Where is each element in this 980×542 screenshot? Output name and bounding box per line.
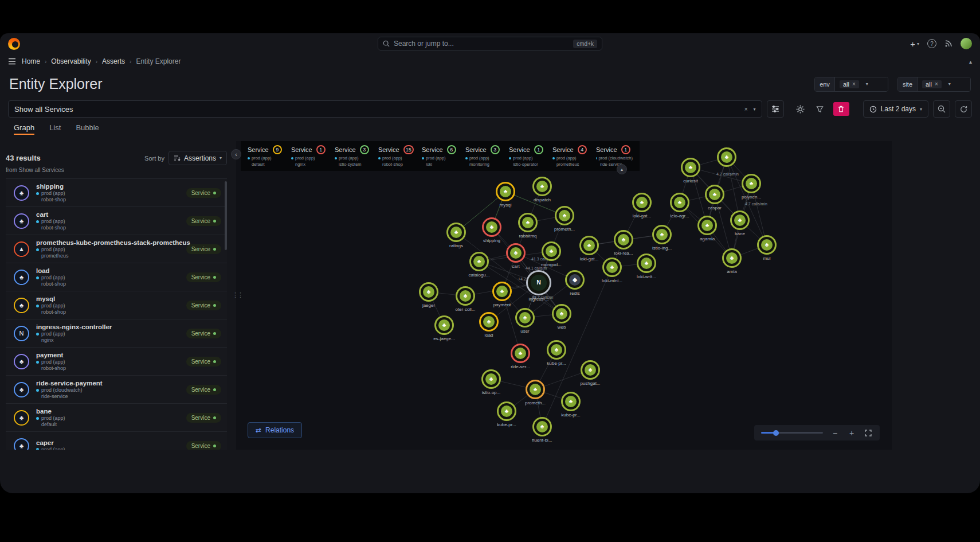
graph-node-label: oter-coll... — [442, 307, 488, 312]
settings-button[interactable] — [793, 102, 808, 116]
zoom-out-button[interactable]: − — [830, 428, 840, 438]
list-item[interactable]: ♣loadprod (app)robot-shopService — [6, 263, 227, 291]
collapse-results-button[interactable]: ‹ — [231, 149, 241, 159]
refresh-button[interactable] — [955, 100, 972, 118]
relations-button[interactable]: ⇄ Relations — [248, 422, 302, 438]
graph-node[interactable]: ♣ — [482, 217, 501, 237]
graph-node[interactable]: ♣ — [526, 380, 545, 399]
legend-item[interactable]: Service3prod (app)istio-system — [331, 143, 375, 169]
breadcrumb-home[interactable]: Home — [22, 57, 40, 65]
scrollbar[interactable] — [225, 181, 227, 250]
tab-list[interactable]: List — [49, 123, 61, 135]
list-item[interactable]: ♣mysqlprod (app)robot-shopService — [6, 291, 227, 319]
graph-node[interactable]: ♣ — [722, 248, 742, 268]
collapse-header-icon[interactable]: ▴ — [969, 59, 972, 65]
graph-node[interactable]: ♣ — [717, 147, 736, 167]
graph-node[interactable]: ♣ — [506, 243, 526, 263]
graph-node[interactable]: ♣ — [479, 312, 499, 332]
graph-node[interactable]: ♣ — [446, 223, 466, 242]
graph-node[interactable]: ♣ — [652, 225, 672, 244]
graph-node[interactable]: N — [526, 270, 551, 295]
graph-node[interactable]: ♣ — [681, 158, 700, 177]
clear-search-icon[interactable]: × — [744, 106, 748, 112]
add-new-button[interactable]: +▾ — [910, 39, 919, 49]
delete-button[interactable] — [833, 102, 849, 116]
list-item[interactable]: ♣baneprod (app)defaultService — [6, 404, 227, 432]
zoom-out-time-button[interactable] — [933, 100, 950, 118]
tab-bubble[interactable]: Bubble — [76, 123, 99, 135]
breadcrumb-asserts[interactable]: Asserts — [102, 57, 125, 65]
avatar[interactable] — [961, 38, 972, 49]
graph-node[interactable]: ♣ — [492, 282, 512, 301]
sort-select[interactable]: Assertions ▾ — [168, 151, 227, 165]
query-options-button[interactable] — [767, 100, 784, 118]
tab-graph[interactable]: Graph — [14, 123, 34, 135]
graph-node[interactable]: ♣ — [637, 254, 656, 273]
graph-node[interactable]: ◆ — [565, 270, 585, 290]
node-glyph-icon: ◆ — [569, 274, 581, 286]
graph-node[interactable]: ♣ — [456, 286, 475, 306]
legend-item[interactable]: Service6prod (app)loki — [418, 143, 462, 169]
graph-node[interactable]: ♣ — [730, 210, 750, 230]
graph-node[interactable]: ♣ — [742, 174, 761, 193]
fullscreen-button[interactable] — [864, 430, 873, 436]
menu-icon[interactable] — [8, 58, 16, 65]
graph-node[interactable]: ♣ — [532, 177, 552, 196]
breadcrumb-observability[interactable]: Observability — [51, 57, 91, 65]
env-select[interactable]: all× ▾ — [835, 77, 888, 91]
graph-node[interactable]: ♣ — [561, 392, 581, 411]
legend-item[interactable]: Service1prod (app)istio-operator — [505, 143, 549, 169]
graph-node[interactable]: ♣ — [496, 182, 515, 201]
remove-chip-icon[interactable]: × — [935, 81, 938, 87]
zoom-slider-knob[interactable] — [773, 430, 779, 436]
remove-chip-icon[interactable]: × — [852, 81, 856, 87]
list-item[interactable]: Ningress-nginx-controllerprod (app)nginx… — [6, 319, 227, 348]
env-chip[interactable]: all× — [840, 80, 859, 88]
legend-item[interactable]: Service15prod (app)robot-shop — [375, 143, 418, 169]
filter-button[interactable] — [813, 102, 828, 116]
zoom-slider[interactable] — [761, 432, 823, 434]
graph-node[interactable]: ♣ — [515, 308, 535, 327]
legend-item[interactable]: Service3prod (app)monitoring — [462, 143, 505, 169]
graph-node[interactable]: ♣ — [757, 235, 777, 255]
graph-node[interactable]: ♣ — [547, 340, 566, 360]
list-item[interactable]: ♣caperprod (app)Service — [6, 432, 227, 450]
legend-item[interactable]: Service1prod (app)nginx — [288, 143, 331, 169]
collapse-legend-button[interactable]: ▴ — [617, 164, 627, 174]
graph-node[interactable]: ♣ — [469, 252, 489, 271]
legend-item[interactable]: Service9prod (app)default — [244, 143, 288, 169]
legend-item[interactable]: Service1prod (cloudwatch)ride-service — [593, 143, 636, 169]
graph-node[interactable]: ♣ — [614, 230, 633, 249]
entity-search-input[interactable]: Show all Services × ▾ — [8, 100, 762, 118]
site-select[interactable]: all× ▾ — [918, 77, 970, 91]
graph-node[interactable]: ♣ — [481, 369, 501, 389]
list-item[interactable]: ♣cartprod (app)robot-shopService — [6, 207, 227, 235]
graph-node[interactable]: ♣ — [555, 206, 574, 225]
graph-node[interactable]: ♣ — [579, 236, 599, 255]
list-item[interactable]: ♣ride-service-paymentprod (cloudwatch)ri… — [6, 376, 227, 404]
list-item[interactable]: ♣shippingprod (app)robot-shopService — [6, 179, 227, 207]
graph-node[interactable]: ♣ — [632, 193, 652, 212]
time-range-picker[interactable]: Last 2 days ▾ — [863, 100, 928, 118]
list-item[interactable]: ▲prometheus-kube-prometheus-stack-promet… — [6, 235, 227, 263]
site-chip[interactable]: all× — [922, 80, 942, 88]
graph-node[interactable]: ♣ — [705, 185, 724, 204]
graph-node[interactable]: ♣ — [581, 360, 600, 380]
global-search-input[interactable]: Search or jump to... cmd+k — [378, 37, 602, 50]
help-icon[interactable]: ? — [927, 39, 936, 48]
graph-node[interactable]: ♣ — [419, 282, 438, 302]
graph-node[interactable]: ♣ — [532, 417, 552, 436]
graph-node[interactable]: ♣ — [434, 315, 454, 335]
graph-node[interactable]: ♣ — [511, 344, 530, 363]
zoom-in-button[interactable]: + — [847, 428, 856, 438]
list-item[interactable]: ♣paymentprod (app)robot-shopService — [6, 348, 227, 376]
grafana-logo-icon[interactable] — [8, 38, 20, 50]
graph-node[interactable]: ♣ — [697, 216, 717, 235]
graph-node[interactable]: ♣ — [552, 304, 571, 323]
legend-item[interactable]: Service4prod (app)prometheus — [549, 143, 593, 169]
news-icon[interactable] — [944, 40, 952, 48]
graph-node[interactable]: ♣ — [542, 241, 561, 261]
graph-node[interactable]: ♣ — [518, 213, 538, 232]
graph-node[interactable]: ♣ — [670, 193, 689, 212]
panel-resize-handle[interactable]: ⋮⋮ — [232, 291, 242, 299]
